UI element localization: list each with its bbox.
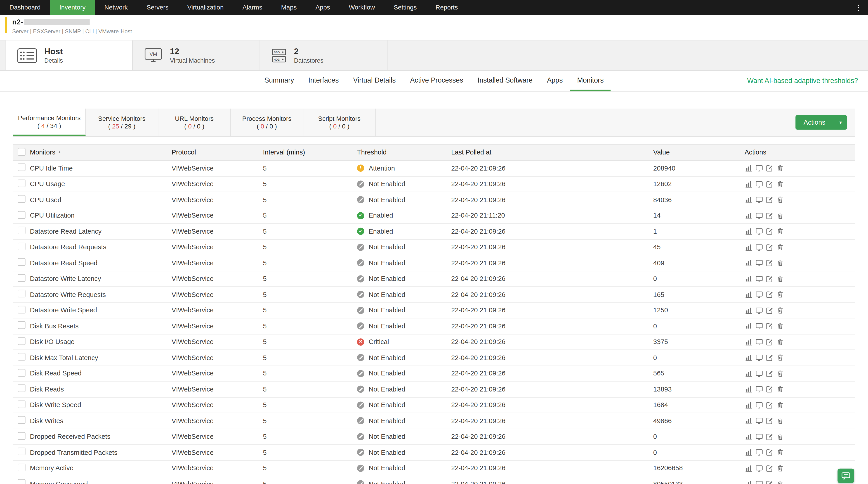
monitor-tab[interactable]: Process Monitors ( 0 / 0 ) (231, 109, 303, 136)
edit-icon[interactable] (766, 306, 773, 314)
row-checkbox[interactable] (18, 432, 25, 440)
monitor-display-icon[interactable] (755, 480, 763, 484)
monitor-name[interactable]: Memory Consumed (30, 480, 172, 484)
monitor-display-icon[interactable] (755, 385, 763, 393)
monitor-tab[interactable]: URL Monitors ( 0 / 0 ) (158, 109, 231, 136)
chart-icon[interactable] (745, 196, 752, 204)
row-checkbox[interactable] (18, 306, 25, 313)
monitor-name[interactable]: Disk Writes (30, 417, 172, 425)
edit-icon[interactable] (766, 164, 773, 172)
chart-icon[interactable] (745, 322, 752, 330)
delete-icon[interactable] (776, 180, 784, 188)
delete-icon[interactable] (776, 275, 784, 282)
monitor-name[interactable]: Datastore Write Speed (30, 306, 172, 314)
monitor-display-icon[interactable] (755, 243, 763, 251)
delete-icon[interactable] (776, 369, 784, 377)
row-checkbox[interactable] (18, 479, 25, 484)
row-checkbox[interactable] (18, 337, 25, 345)
row-checkbox[interactable] (18, 242, 25, 250)
delete-icon[interactable] (776, 259, 784, 267)
chart-icon[interactable] (745, 338, 752, 345)
delete-icon[interactable] (776, 228, 784, 235)
page-tab[interactable]: Active Processes (403, 71, 470, 91)
monitor-display-icon[interactable] (755, 275, 763, 282)
delete-icon[interactable] (776, 164, 784, 172)
edit-icon[interactable] (766, 228, 773, 235)
delete-icon[interactable] (776, 354, 784, 361)
row-checkbox[interactable] (18, 179, 25, 187)
select-all-checkbox[interactable] (18, 148, 25, 155)
monitor-name[interactable]: Disk Read Speed (30, 369, 172, 377)
card-datastores[interactable]: SSD HDD 2 Datastores (260, 40, 388, 70)
row-checkbox[interactable] (18, 448, 25, 455)
edit-icon[interactable] (766, 433, 773, 440)
nav-item[interactable]: Alarms (233, 0, 272, 15)
support-chat-button[interactable] (837, 468, 854, 483)
chart-icon[interactable] (745, 306, 752, 314)
edit-icon[interactable] (766, 449, 773, 456)
monitor-display-icon[interactable] (755, 354, 763, 361)
monitor-display-icon[interactable] (755, 464, 763, 472)
row-checkbox[interactable] (18, 385, 25, 392)
edit-icon[interactable] (766, 354, 773, 361)
chart-icon[interactable] (745, 164, 752, 172)
row-checkbox[interactable] (18, 369, 25, 376)
nav-item[interactable]: Inventory (50, 0, 95, 15)
chart-icon[interactable] (745, 369, 752, 377)
page-tab[interactable]: Monitors (570, 71, 611, 91)
row-checkbox[interactable] (18, 463, 25, 471)
page-tab[interactable]: Virtual Details (346, 71, 403, 91)
chart-icon[interactable] (745, 275, 752, 282)
edit-icon[interactable] (766, 464, 773, 472)
chart-icon[interactable] (745, 291, 752, 298)
monitor-name[interactable]: Disk Write Speed (30, 401, 172, 409)
edit-icon[interactable] (766, 196, 773, 204)
row-checkbox[interactable] (18, 163, 25, 171)
monitor-display-icon[interactable] (755, 433, 763, 440)
monitor-display-icon[interactable] (755, 449, 763, 456)
chart-icon[interactable] (745, 480, 752, 484)
header-monitors[interactable]: Monitors▲ (30, 148, 172, 156)
page-tab[interactable]: Installed Software (470, 71, 540, 91)
chart-icon[interactable] (745, 449, 752, 456)
monitor-name[interactable]: CPU Utilization (30, 212, 172, 219)
monitor-name[interactable]: Memory Active (30, 464, 172, 472)
monitor-display-icon[interactable] (755, 180, 763, 188)
chart-icon[interactable] (745, 401, 752, 409)
monitor-name[interactable]: Disk Bus Resets (30, 322, 172, 330)
monitor-display-icon[interactable] (755, 212, 763, 219)
edit-icon[interactable] (766, 401, 773, 409)
edit-icon[interactable] (766, 322, 773, 330)
chevron-down-icon[interactable]: ▾ (834, 115, 847, 129)
adaptive-thresholds-link[interactable]: Want AI-based adaptive thresholds? (747, 71, 858, 91)
monitor-display-icon[interactable] (755, 291, 763, 298)
row-checkbox[interactable] (18, 226, 25, 234)
monitor-display-icon[interactable] (755, 196, 763, 204)
delete-icon[interactable] (776, 464, 784, 472)
edit-icon[interactable] (766, 480, 773, 484)
monitor-name[interactable]: Dropped Received Packets (30, 433, 172, 440)
chart-icon[interactable] (745, 385, 752, 393)
edit-icon[interactable] (766, 275, 773, 282)
monitor-display-icon[interactable] (755, 401, 763, 409)
row-checkbox[interactable] (18, 400, 25, 408)
actions-button-label[interactable]: Actions (795, 115, 834, 129)
monitor-name[interactable]: Datastore Read Requests (30, 243, 172, 251)
delete-icon[interactable] (776, 385, 784, 393)
monitor-name[interactable]: Datastore Read Latency (30, 228, 172, 235)
nav-item[interactable]: Network (95, 0, 137, 15)
chart-icon[interactable] (745, 243, 752, 251)
page-tab[interactable]: Apps (540, 71, 570, 91)
monitor-name[interactable]: Disk I/O Usage (30, 338, 172, 345)
actions-button[interactable]: Actions ▾ (795, 115, 847, 129)
row-checkbox[interactable] (18, 274, 25, 282)
row-checkbox[interactable] (18, 258, 25, 266)
monitor-display-icon[interactable] (755, 417, 763, 425)
nav-item[interactable]: Dashboard (0, 0, 50, 15)
delete-icon[interactable] (776, 306, 784, 314)
overflow-menu-icon[interactable]: ⋮ (849, 0, 868, 15)
page-tab[interactable]: Summary (257, 71, 301, 91)
nav-item[interactable]: Apps (306, 0, 339, 15)
monitor-display-icon[interactable] (755, 322, 763, 330)
chart-icon[interactable] (745, 433, 752, 440)
